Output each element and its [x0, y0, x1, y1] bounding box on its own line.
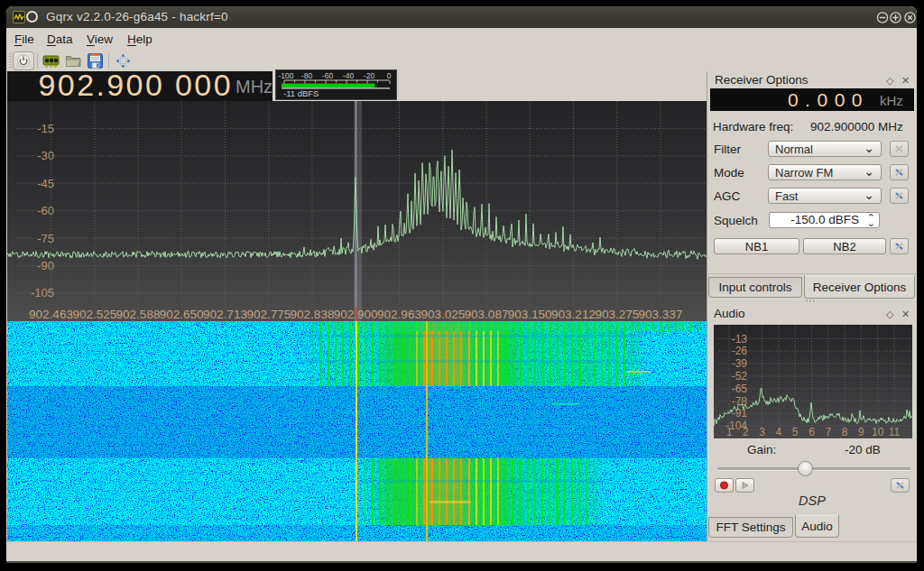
svg-text:5: 5: [792, 426, 799, 438]
svg-text:-100: -100: [278, 71, 293, 80]
svg-text:902.650: 902.650: [160, 308, 204, 321]
svg-text:-60: -60: [322, 71, 334, 80]
svg-text:1: 1: [726, 426, 733, 438]
svg-text:902.838: 902.838: [291, 308, 335, 321]
svg-text:-65: -65: [732, 382, 748, 395]
svg-text:-13: -13: [732, 333, 748, 345]
svg-text:10: 10: [872, 426, 884, 438]
svg-text:0: 0: [387, 71, 392, 80]
svg-text:-30: -30: [37, 149, 54, 162]
svg-text:903.087: 903.087: [465, 308, 509, 321]
svg-text:903.212: 903.212: [551, 308, 596, 321]
svg-text:902.963: 902.963: [377, 308, 421, 321]
svg-text:902.525: 902.525: [72, 308, 116, 321]
svg-text:902.463: 902.463: [29, 308, 73, 321]
svg-text:-26: -26: [732, 345, 748, 357]
svg-text:-80: -80: [301, 71, 313, 80]
svg-text:3: 3: [759, 426, 765, 438]
svg-text:11: 11: [889, 426, 901, 438]
svg-text:902.775: 902.775: [246, 308, 291, 321]
svg-text:7: 7: [825, 426, 831, 438]
svg-text:-15: -15: [37, 122, 54, 135]
svg-text:8: 8: [842, 426, 848, 438]
svg-text:2: 2: [743, 426, 749, 438]
svg-text:6: 6: [808, 426, 815, 438]
svg-text:902.900: 902.900: [334, 308, 378, 321]
svg-text:-90: -90: [37, 259, 54, 272]
svg-text:4: 4: [776, 426, 782, 438]
svg-text:902.588: 902.588: [116, 308, 161, 321]
svg-text:-39: -39: [732, 357, 748, 370]
svg-text:-91: -91: [732, 407, 748, 419]
svg-text:-20: -20: [364, 71, 375, 80]
svg-text:903.025: 903.025: [420, 308, 465, 321]
svg-text:903.275: 903.275: [595, 308, 639, 321]
svg-text:903.337: 903.337: [639, 308, 683, 321]
svg-text:-60: -60: [37, 204, 54, 217]
svg-text:-52: -52: [732, 370, 748, 382]
svg-text:-11 dBFS: -11 dBFS: [283, 88, 319, 98]
svg-text:-105: -105: [31, 286, 54, 299]
svg-text:903.150: 903.150: [508, 308, 552, 321]
svg-text:9: 9: [858, 426, 864, 438]
svg-text:-75: -75: [37, 232, 54, 245]
svg-text:-45: -45: [37, 177, 54, 190]
svg-text:902.713: 902.713: [203, 308, 247, 321]
svg-text:-40: -40: [343, 71, 355, 80]
